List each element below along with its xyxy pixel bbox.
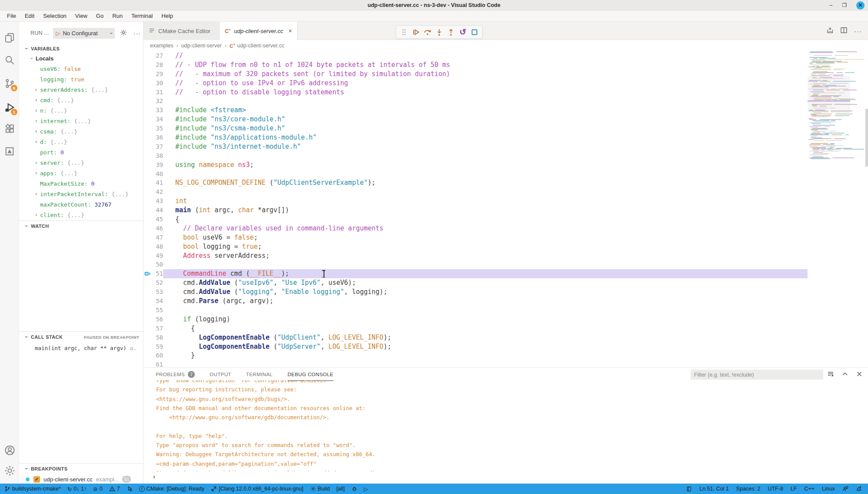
line-number[interactable]: 27 — [151, 51, 163, 60]
code-text[interactable]: { — [163, 324, 808, 333]
status-cmake-run[interactable]: ▷ — [364, 486, 368, 492]
code-line-35[interactable]: 35#include "ns3/csma-module.h" — [144, 124, 808, 133]
restart-button[interactable]: ↺ — [457, 27, 468, 37]
breakpoint-gutter[interactable] — [144, 151, 151, 160]
line-number[interactable]: 49 — [151, 251, 163, 260]
code-text[interactable]: // - option to disable logging statement… — [163, 88, 808, 97]
breakpoint-gutter[interactable] — [144, 260, 151, 269]
call-stack-frame[interactable]: main(int argc, char ** argv) u. — [19, 343, 144, 353]
variable-row[interactable]: ›csma: {...} — [19, 126, 144, 137]
code-text[interactable]: Address serverAddress; — [163, 251, 808, 260]
code-line-48[interactable]: 48 bool logging = true; — [144, 242, 808, 251]
status-cursor-position[interactable]: Ln 51, Col 1 — [699, 486, 728, 492]
tab-udp-client-server[interactable]: C+ udp-client-server.cc × — [220, 22, 297, 40]
line-number[interactable]: 48 — [151, 242, 163, 251]
code-line-54[interactable]: 54 cmd.Parse (argc, argv); — [144, 297, 808, 306]
code-text[interactable]: cmd.AddValue ("logging", "Enable logging… — [163, 287, 808, 297]
breakpoint-gutter[interactable] — [144, 287, 151, 297]
code-line-41[interactable]: 41NS_LOG_COMPONENT_DEFINE ("UdpClientSer… — [144, 178, 808, 187]
breakpoint-gutter[interactable] — [144, 124, 151, 133]
line-number[interactable]: 50 — [151, 260, 163, 269]
editor-scrollbar[interactable] — [865, 109, 868, 167]
code-line-39[interactable]: 39using namespace ns3; — [144, 160, 808, 170]
status-notebook-kernel[interactable] — [686, 486, 692, 492]
code-line-46[interactable]: 46 // Declare variables used in command-… — [144, 224, 808, 233]
status-indentation[interactable]: Spaces: 2 — [736, 486, 761, 492]
variable-row[interactable]: ›interPacketInterval: {...} — [19, 189, 144, 199]
code-text[interactable]: #include "ns3/csma-module.h" — [163, 124, 808, 133]
breadcrumb-item[interactable]: udp-client-server.cc — [237, 43, 284, 49]
menu-selection[interactable]: Selection — [39, 13, 70, 19]
breakpoint-gutter[interactable] — [144, 342, 151, 351]
panel-tab-debug-console[interactable]: DEBUG CONSOLE — [287, 368, 334, 381]
close-button[interactable]: ✕ — [856, 1, 865, 10]
code-line-60[interactable]: 60 } — [144, 351, 808, 360]
code-text[interactable] — [163, 170, 808, 179]
variable-row[interactable]: MaxPacketSize: 0 — [19, 178, 144, 189]
breakpoint-gutter[interactable] — [144, 79, 151, 88]
status-warning-count[interactable]: 7 — [109, 486, 120, 492]
menu-file[interactable]: File — [3, 13, 20, 19]
watch-section-header[interactable]: › WATCH — [19, 221, 144, 231]
status-error-count[interactable]: ⊘0 — [93, 486, 102, 492]
status-eol[interactable]: LF — [791, 486, 797, 492]
breakpoint-gutter[interactable] — [144, 70, 151, 79]
line-number[interactable]: 30 — [151, 79, 163, 88]
code-line-34[interactable]: 34#include "ns3/core-module.h" — [144, 115, 808, 124]
more-actions-icon[interactable]: ··· — [854, 27, 862, 35]
code-line-42[interactable]: 42 — [144, 187, 808, 197]
source-control-icon[interactable]: 6 — [0, 74, 19, 93]
breakpoint-gutter[interactable] — [144, 269, 151, 278]
code-line-59[interactable]: 59 LogComponentEnable ("UdpServer", LOG_… — [144, 342, 808, 351]
panel-tab-problems[interactable]: PROBLEMS7 — [156, 368, 195, 381]
code-text[interactable]: { — [163, 215, 808, 224]
breakpoint-gutter[interactable] — [144, 242, 151, 251]
variable-row[interactable]: ›client: {...} — [19, 210, 144, 220]
debug-settings-gear-icon[interactable] — [120, 29, 127, 37]
debug-console-filter-input[interactable] — [691, 370, 823, 380]
code-line-50[interactable]: 50 — [144, 260, 808, 269]
code-line-40[interactable]: 40 — [144, 170, 808, 179]
views-more-actions[interactable]: ··· — [133, 30, 141, 37]
breadcrumb-item[interactable]: udp-client-server — [181, 43, 222, 49]
code-line-30[interactable]: 30// - option to use IPv4 or IPv6 addres… — [144, 79, 808, 88]
code-line-32[interactable]: 32 — [144, 97, 808, 106]
line-number[interactable]: 56 — [151, 315, 163, 324]
menu-edit[interactable]: Edit — [20, 13, 39, 19]
line-number[interactable]: 37 — [151, 142, 163, 151]
line-number[interactable]: 42 — [151, 187, 163, 197]
debug-config-dropdown[interactable]: ▷ No Configurat › — [53, 28, 115, 39]
manage-gear-icon[interactable] — [0, 461, 19, 480]
variable-row[interactable]: ›apps: {...} — [19, 168, 144, 178]
breakpoint-gutter[interactable] — [144, 324, 151, 333]
variable-row[interactable]: port: 0 — [19, 147, 144, 157]
line-number[interactable]: 40 — [151, 170, 163, 179]
variable-row[interactable]: ›Locals — [19, 53, 144, 63]
cmake-icon[interactable] — [0, 142, 19, 161]
line-number[interactable]: 53 — [151, 287, 163, 297]
menu-help[interactable]: Help — [157, 13, 177, 19]
split-editor-icon[interactable] — [840, 27, 848, 35]
line-number[interactable]: 51 — [151, 269, 163, 278]
menu-go[interactable]: Go — [92, 13, 108, 19]
line-number[interactable]: 31 — [151, 88, 163, 97]
line-number[interactable]: 39 — [151, 160, 163, 170]
code-text[interactable]: NS_LOG_COMPONENT_DEFINE ("UdpClientServe… — [163, 178, 808, 187]
code-text[interactable]: #include "ns3/internet-module.h" — [163, 142, 808, 151]
code-line-52[interactable]: 52 cmd.AddValue ("useIpv6", "Use Ipv6", … — [144, 278, 808, 287]
line-number[interactable]: 54 — [151, 297, 163, 306]
code-line-58[interactable]: 58 LogComponentEnable ("UdpClient", LOG_… — [144, 333, 808, 342]
code-text[interactable] — [163, 360, 808, 367]
breakpoint-gutter[interactable] — [144, 206, 151, 215]
code-text[interactable]: bool useV6 = false; — [163, 233, 808, 242]
extensions-icon[interactable] — [0, 119, 19, 138]
stop-button[interactable] — [469, 27, 480, 37]
account-icon[interactable] — [0, 441, 19, 460]
code-text[interactable] — [163, 97, 808, 106]
line-number[interactable]: 41 — [151, 178, 163, 187]
breakpoint-gutter[interactable] — [144, 170, 151, 179]
console-prompt[interactable]: › — [153, 473, 155, 480]
code-text[interactable]: bool logging = true; — [163, 242, 808, 251]
breakpoint-gutter[interactable] — [144, 278, 151, 287]
code-line-31[interactable]: 31// - option to disable logging stateme… — [144, 88, 808, 97]
